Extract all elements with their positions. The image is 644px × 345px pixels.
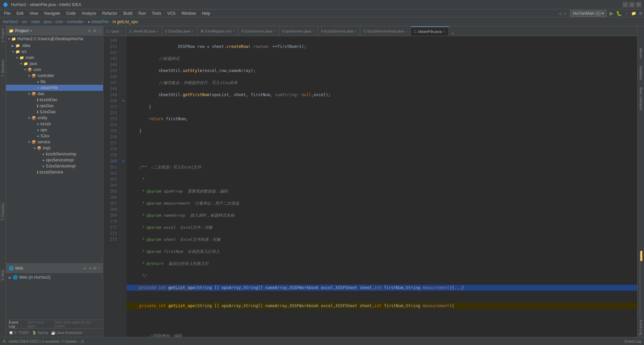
- status-event-log[interactable]: Event Log: [625, 339, 641, 343]
- tab-close-l[interactable]: ×: [120, 29, 122, 33]
- menu-item-build[interactable]: Build: [121, 10, 135, 16]
- tab-overflow-icon[interactable]: ▾: [449, 31, 457, 36]
- forward-icon[interactable]: ▷: [564, 11, 567, 16]
- tree-item-entity[interactable]: ▼ 📦 entity: [6, 115, 103, 121]
- tab-kzxzbservice[interactable]: I kzxzbService.java ×: [318, 26, 360, 36]
- favorites-tab[interactable]: 2: Favorites: [0, 201, 5, 222]
- tab-sjxxdao[interactable]: I SJxxDao.java ×: [162, 26, 198, 36]
- menu-item-navigate[interactable]: Navigate: [42, 10, 63, 16]
- tab-close-kzxzbserviceimpl[interactable]: ×: [405, 29, 407, 33]
- tree-item-opodao[interactable]: ℹ opoDao: [6, 103, 103, 109]
- spring-indicator[interactable]: 🍃 Spring: [32, 331, 48, 335]
- back-icon[interactable]: ◁: [558, 11, 561, 16]
- tree-item-idea[interactable]: ▶ 📁 .idea: [6, 43, 103, 49]
- more-run-icon[interactable]: ⋮: [625, 11, 629, 16]
- bean-validation-tab[interactable]: Bean Validation: [638, 85, 643, 113]
- tree-item-file[interactable]: ● file: [6, 79, 103, 85]
- tab-sjxxmapper[interactable]: X SJxxMapper.xml ×: [198, 26, 238, 36]
- collapse-all-icon[interactable]: ⇤: [88, 28, 92, 33]
- debug-button[interactable]: 🐛: [616, 11, 622, 16]
- menu-item-analyze[interactable]: Analyze: [79, 10, 99, 16]
- menu-item-file[interactable]: File: [1, 10, 13, 16]
- structure-tool-button[interactable]: 7: Structure: [0, 58, 5, 79]
- nav-icon-2[interactable]: ⚙: [639, 11, 643, 16]
- left-tool-strip: 1: Project 7: Structure: [0, 26, 6, 337]
- tree-item-oposerviceimpl[interactable]: ● opoServiceImpl: [6, 157, 103, 163]
- menu-item-view[interactable]: View: [27, 10, 41, 16]
- tab-close-sjxxservice[interactable]: ×: [274, 29, 276, 33]
- tree-item-src[interactable]: ▼ 📁 src: [6, 49, 103, 55]
- project-header-arrow[interactable]: ▾: [30, 28, 32, 33]
- web-collapse-icon[interactable]: ⇥: [88, 266, 92, 271]
- tree-item-kzxzbdao[interactable]: ℹ kzxzbDao: [6, 97, 103, 103]
- scrollbar-thumb[interactable]: [640, 251, 642, 261]
- menu-item-edit[interactable]: Edit: [14, 10, 26, 16]
- tree-item-sjxx[interactable]: ● SJxx: [6, 133, 103, 139]
- tree-item-main[interactable]: ▼ 📁 main: [6, 55, 103, 61]
- tree-item-kzxzbserviceimp[interactable]: ● kzxzbServiceImp: [6, 151, 103, 157]
- tab-close-sjxxdao[interactable]: ×: [192, 29, 194, 33]
- code-content[interactable]: XSSFRow row = sheet.createRow( rownum: +…: [127, 36, 637, 337]
- breadcrumb-class[interactable]: ● obtainFile: [88, 19, 109, 24]
- database-tab[interactable]: Database: [638, 64, 643, 82]
- menu-item-tools[interactable]: Tools: [149, 10, 164, 16]
- menu-item-code[interactable]: Code: [63, 10, 78, 16]
- close-button[interactable]: ×: [636, 2, 641, 7]
- tab-close-obtainfile[interactable]: ×: [443, 30, 445, 33]
- close-panel-icon[interactable]: –: [98, 28, 100, 33]
- nav-icon-1[interactable]: 📁: [631, 11, 636, 16]
- tab-sheetutil[interactable]: C sheetUtil.java ×: [126, 26, 162, 36]
- tree-item-obtainfile[interactable]: ● obtainFile: [6, 85, 103, 91]
- minimize-button[interactable]: –: [623, 2, 628, 7]
- tree-item-service[interactable]: ▼ 📦 service: [6, 139, 103, 145]
- tab-close-sheetutil[interactable]: ×: [157, 29, 159, 33]
- breadcrumb-java[interactable]: java: [44, 19, 51, 24]
- web-tab[interactable]: 6: Web: [0, 268, 5, 283]
- tab-obtainfile[interactable]: C obtainFile.java ×: [411, 26, 449, 36]
- breadcrumb-src[interactable]: src: [22, 19, 27, 24]
- status-message[interactable]: IntelliJ IDEA 2020.1.4 available: // Upd…: [9, 339, 84, 343]
- java-enterprise-indicator[interactable]: ☕ Java Enterprise: [51, 331, 82, 335]
- breadcrumb-controller[interactable]: controller: [67, 19, 84, 24]
- breadcrumb-com[interactable]: com: [55, 19, 63, 24]
- tree-item-huiyan2[interactable]: ▼ 📁 HuiYan2 C:\Users\桌\Desktop\HuiYar: [6, 36, 103, 43]
- tree-item-java[interactable]: ▼ 📁 java: [6, 61, 103, 67]
- tree-item-dao[interactable]: ▼ 📦 dao: [6, 91, 103, 97]
- breadcrumb-project[interactable]: HuiYan2: [3, 19, 18, 24]
- tree-item-opo[interactable]: ● opo: [6, 127, 103, 133]
- tab-oposervice[interactable]: I opoService.java ×: [279, 26, 318, 36]
- tree-item-controller[interactable]: ▼ 📦 controller: [6, 73, 103, 79]
- tree-item-com[interactable]: ▼ 📦 com: [6, 67, 103, 73]
- tree-item-sjxxserviceimpl[interactable]: ● SJxxServiceImpl: [6, 163, 103, 169]
- menu-item-run[interactable]: Run: [136, 10, 149, 16]
- run-button[interactable]: ▶: [609, 10, 613, 16]
- web-close-icon[interactable]: –: [98, 266, 100, 271]
- tree-item-kzxzbservice[interactable]: ℹ kzxzbService: [6, 169, 103, 175]
- breadcrumb-method[interactable]: m getList_opo: [113, 19, 138, 24]
- web-settings-icon[interactable]: ⚙: [93, 266, 97, 271]
- tab-close-oposervice[interactable]: ×: [312, 29, 314, 33]
- web-tree-item[interactable]: ▶ 🌐 Web (in HuiYan2): [7, 274, 102, 280]
- tab-close-kzxzbservice[interactable]: ×: [355, 29, 357, 33]
- menu-item-help[interactable]: Help: [199, 10, 213, 16]
- tree-item-kzxzb[interactable]: ● kzxzb: [6, 121, 103, 127]
- tree-item-impl[interactable]: ▼ 📦 impl: [6, 145, 103, 151]
- breadcrumb-main[interactable]: main: [31, 19, 40, 24]
- settings-icon[interactable]: ⚙: [93, 28, 97, 33]
- event-log-label[interactable]: Event Log: [9, 320, 25, 328]
- tab-l-java[interactable]: C l.java ×: [103, 26, 126, 36]
- tab-kzxzbserviceimpl[interactable]: C kzxzbServiceImpl.java ×: [360, 26, 411, 36]
- todo-count[interactable]: 🔲 6: TODO: [9, 331, 29, 335]
- maximize-button[interactable]: □: [629, 2, 635, 7]
- maven-tab[interactable]: Maven: [638, 46, 643, 60]
- tab-sjxxservice[interactable]: I SJxxService.java ×: [238, 26, 279, 36]
- menu-item-vcs[interactable]: VCS: [165, 10, 178, 16]
- tab-close-sjxxmapper[interactable]: ×: [233, 29, 235, 33]
- menu-item-window[interactable]: Window: [179, 10, 199, 16]
- project-tool-button[interactable]: 1: Project: [0, 26, 5, 44]
- event-log-right-tab[interactable]: Event Log: [638, 318, 643, 337]
- menu-item-refactor[interactable]: Refactor: [100, 10, 120, 16]
- tree-item-sjxxdao[interactable]: ℹ SJxxDao: [6, 109, 103, 115]
- run-config-dropdown[interactable]: HuiYanMain (1) ▾: [570, 10, 607, 17]
- web-expand-icon[interactable]: ⇤: [84, 266, 87, 271]
